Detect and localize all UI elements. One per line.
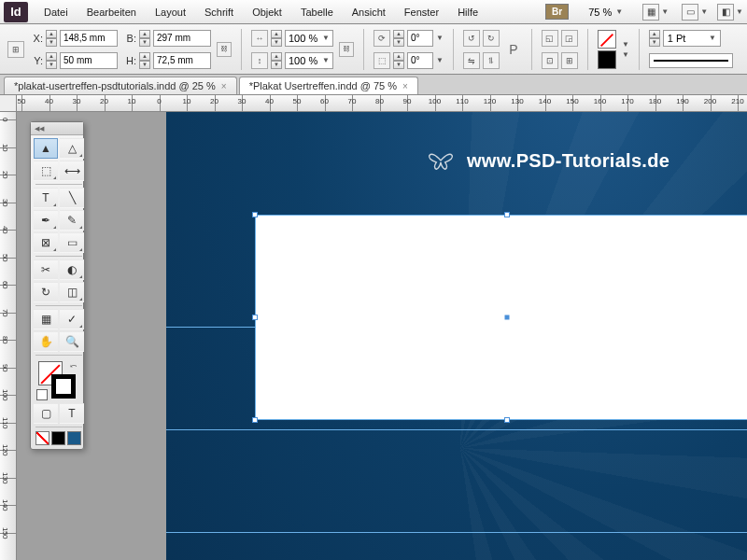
bridge-icon[interactable]: Br [545, 4, 569, 20]
resize-handle[interactable] [504, 212, 510, 217]
step-down[interactable]: ▼ [271, 38, 282, 47]
step-up[interactable]: ▲ [393, 30, 404, 38]
formatting-text-icon[interactable]: T [60, 403, 84, 424]
step-down[interactable]: ▼ [271, 61, 282, 69]
resize-handle[interactable] [252, 417, 258, 423]
resize-handle[interactable] [504, 417, 510, 423]
canvas[interactable]: www.PSD-Tutorials.de [17, 112, 747, 560]
rectangle-tool[interactable]: ▭ [60, 232, 84, 253]
direct-selection-tool[interactable]: △ [60, 138, 84, 159]
menu-schrift[interactable]: Schrift [196, 3, 242, 21]
height-input[interactable]: 72,5 mm [153, 52, 211, 69]
view-mode-icon[interactable]: ▦ [642, 4, 659, 21]
line-tool[interactable]: ╲ [60, 188, 84, 208]
x-position-input[interactable]: 148,5 mm [60, 30, 118, 47]
close-tab-icon[interactable]: × [402, 81, 408, 91]
reference-point-icon[interactable]: ⊞ [7, 41, 24, 58]
step-down[interactable]: ▼ [393, 38, 404, 47]
document-tab[interactable]: *Plakat Usertreffen.indd @ 75 % × [239, 77, 418, 94]
width-input[interactable]: 297 mm [153, 30, 211, 47]
scale-tool[interactable]: ◫ [60, 282, 84, 302]
ruler-origin[interactable] [0, 95, 17, 112]
step-up[interactable]: ▲ [139, 52, 150, 61]
step-up[interactable]: ▲ [649, 30, 660, 38]
formatting-container-icon[interactable]: ▢ [34, 403, 58, 424]
type-tool[interactable]: T [34, 188, 58, 208]
apply-gradient-icon[interactable] [67, 431, 81, 445]
step-down[interactable]: ▼ [46, 61, 57, 69]
gradient-swatch-tool[interactable]: ▦ [34, 309, 58, 329]
scissors-tool[interactable]: ✂ [34, 259, 58, 280]
step-up[interactable]: ▲ [46, 52, 57, 61]
rotate-tool[interactable]: ↻ [34, 282, 58, 302]
apply-color-icon[interactable] [51, 431, 65, 445]
stroke-style-combo[interactable] [649, 53, 733, 68]
menu-tabelle[interactable]: Tabelle [292, 3, 342, 21]
menu-hilfe[interactable]: Hilfe [449, 3, 486, 21]
step-down[interactable]: ▼ [46, 38, 57, 47]
gap-tool[interactable]: ⟷ [60, 161, 84, 181]
fit-frame-icon[interactable]: ⊞ [561, 52, 578, 69]
step-up[interactable]: ▲ [271, 30, 282, 38]
resize-handle[interactable] [252, 212, 258, 217]
menu-datei[interactable]: Datei [35, 3, 77, 21]
menu-fenster[interactable]: Fenster [396, 3, 447, 21]
horizontal-ruler[interactable]: 5040302010010203040506070809010011012013… [17, 95, 747, 112]
zoom-level-combo[interactable]: 75 % ▼ [582, 4, 629, 21]
close-tab-icon[interactable]: × [221, 81, 227, 91]
chevron-down-icon[interactable]: ▼ [622, 50, 629, 59]
stroke-swatch[interactable] [598, 50, 616, 69]
swap-fill-stroke-icon[interactable]: ⤺ [70, 361, 78, 371]
step-up[interactable]: ▲ [271, 52, 282, 61]
constrain-scale-icon[interactable]: ⛓ [339, 42, 354, 57]
eyedropper-tool[interactable]: ✓ [60, 309, 84, 329]
scale-y-input[interactable]: 100 %▼ [285, 52, 333, 69]
constrain-link-icon[interactable]: ⛓ [217, 42, 232, 57]
page-tool[interactable]: ⬚ [34, 161, 58, 181]
step-down[interactable]: ▼ [393, 61, 404, 69]
menu-layout[interactable]: Layout [147, 3, 194, 21]
zoom-tool[interactable]: 🔍 [60, 331, 84, 352]
select-content-icon[interactable]: ◲ [561, 30, 578, 47]
rotate-ccw-icon[interactable]: ↺ [463, 30, 480, 47]
flip-v-icon[interactable]: ⥮ [483, 52, 500, 69]
hand-tool[interactable]: ✋ [34, 331, 58, 352]
shear-input[interactable]: 0° [407, 52, 433, 69]
menu-bearbeiten[interactable]: Bearbeiten [78, 3, 145, 21]
free-transform-tool[interactable]: ◐ [60, 259, 84, 280]
step-up[interactable]: ▲ [139, 30, 150, 38]
center-point[interactable] [505, 315, 510, 320]
tools-panel[interactable]: ◀◀ ▲ △ ⬚ ⟷ T ╲ ✒ ✎ ⊠ ▭ ✂ ◐ ↻ ◫ ▦ ✓ ✋ 🔍 ⤺… [30, 121, 84, 450]
selected-frame[interactable] [255, 215, 747, 420]
scale-x-input[interactable]: 100 %▼ [285, 30, 333, 47]
menu-ansicht[interactable]: Ansicht [344, 3, 394, 21]
select-container-icon[interactable]: ◱ [542, 30, 558, 47]
document-tab[interactable]: *plakat-usertreffen-psdtutorials.indd @ … [4, 77, 237, 94]
step-down[interactable]: ▼ [139, 61, 150, 69]
step-up[interactable]: ▲ [393, 52, 404, 61]
y-position-input[interactable]: 50 mm [60, 52, 118, 69]
default-fill-stroke-icon[interactable] [36, 389, 48, 400]
menu-objekt[interactable]: Objekt [244, 3, 290, 21]
rotate-cw-icon[interactable]: ↻ [483, 30, 500, 47]
stroke-weight-input[interactable]: 1 Pt▼ [663, 30, 721, 47]
resize-handle[interactable] [252, 315, 258, 320]
collapse-icon[interactable]: ◀◀ [35, 125, 44, 133]
panel-header[interactable]: ◀◀ [31, 122, 83, 135]
step-up[interactable]: ▲ [46, 30, 57, 38]
step-down[interactable]: ▼ [139, 38, 150, 47]
chevron-down-icon[interactable]: ▼ [622, 40, 629, 49]
rotation-input[interactable]: 0° [407, 30, 433, 47]
vertical-ruler[interactable]: 0102030405060708090100110120130140150 [0, 112, 17, 560]
pen-tool[interactable]: ✒ [34, 210, 58, 231]
rectangle-frame-tool[interactable]: ⊠ [34, 232, 58, 253]
pencil-tool[interactable]: ✎ [60, 210, 84, 231]
apply-none-icon[interactable] [35, 431, 49, 445]
selection-tool[interactable]: ▲ [34, 138, 58, 159]
fit-content-icon[interactable]: ⊡ [542, 52, 558, 69]
stroke-color[interactable] [51, 374, 76, 399]
fill-stroke-control[interactable]: ⤺ [35, 359, 83, 400]
arrange-icon[interactable]: ◧ [717, 4, 734, 21]
screen-mode-icon[interactable]: ▭ [682, 4, 698, 21]
step-down[interactable]: ▼ [649, 38, 660, 47]
